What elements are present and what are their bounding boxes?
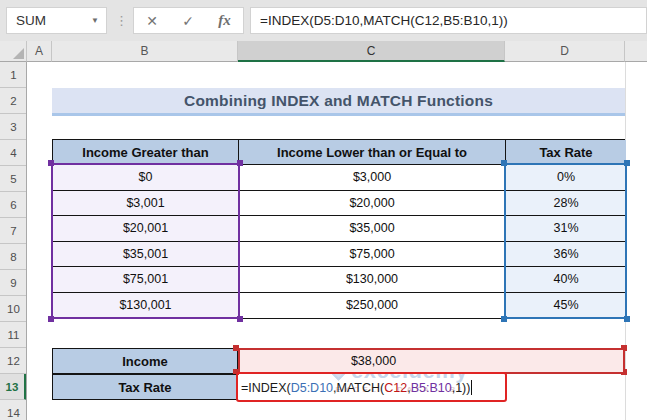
- text-cursor: [471, 380, 472, 395]
- formula-bar-row: SUM ▼ ⋮ ✕ ✓ fx =INDEX(D5:D10,MATCH(C12,B…: [0, 0, 647, 41]
- cell-b13-tax-rate-label[interactable]: Tax Rate: [52, 374, 238, 400]
- tax-table-cell[interactable]: 0%: [506, 165, 626, 191]
- tax-table-cell[interactable]: 36%: [506, 242, 626, 268]
- row-header-14[interactable]: 14: [0, 400, 27, 420]
- tax-table-cell[interactable]: $130,001: [53, 293, 239, 319]
- row-headers: 1234567891011121314: [0, 62, 27, 420]
- column-header-stub[interactable]: [625, 41, 647, 62]
- enter-icon[interactable]: ✓: [182, 14, 194, 28]
- tax-table-cell[interactable]: $75,001: [53, 267, 239, 293]
- row-header-6[interactable]: 6: [0, 192, 27, 218]
- name-box-value: SUM: [7, 13, 91, 28]
- formula-bar-input[interactable]: =INDEX(D5:D10,MATCH(C12,B5:B10,1)): [250, 7, 647, 34]
- column-header-d[interactable]: D: [505, 41, 625, 62]
- tax-table-cell[interactable]: $3,001: [53, 191, 239, 217]
- tax-table-cell[interactable]: 40%: [506, 267, 626, 293]
- cell-b12-income-label[interactable]: Income: [52, 348, 238, 374]
- tax-table-cell[interactable]: $0: [53, 165, 239, 191]
- name-box-dropdown-icon[interactable]: ▼: [91, 16, 106, 25]
- formula-buttons: ✕ ✓ fx: [133, 7, 244, 34]
- formula-part: D5:D10: [291, 381, 333, 395]
- tax-table-cell[interactable]: $35,001: [53, 242, 239, 268]
- select-all-corner[interactable]: [0, 41, 27, 62]
- formula-bar-text: =INDEX(D5:D10,MATCH(C12,B5:B10,1)): [251, 13, 508, 28]
- tax-table-cell[interactable]: $130,000: [239, 267, 506, 293]
- select-all-triangle-icon: [13, 48, 24, 59]
- tax-table-cell[interactable]: $3,000: [239, 165, 506, 191]
- row-header-10[interactable]: 10: [0, 296, 27, 322]
- formula-part: =INDEX(: [241, 381, 291, 395]
- row-header-2[interactable]: 2: [0, 88, 27, 114]
- row-header-5[interactable]: 5: [0, 166, 27, 192]
- sheet-area: Combining INDEX and MATCH Functions Inco…: [27, 62, 647, 420]
- column-header-a[interactable]: A: [27, 41, 52, 62]
- tax-table-cell[interactable]: 31%: [506, 216, 626, 242]
- formula-bar-separator: ⋮: [115, 7, 128, 34]
- tax-table-cell[interactable]: $35,000: [239, 216, 506, 242]
- tax-table-header[interactable]: Income Lower than or Equal to: [239, 140, 506, 165]
- column-header-c[interactable]: C: [238, 41, 505, 62]
- row-header-13[interactable]: 13: [0, 374, 27, 400]
- income-value-text: $38,000: [240, 354, 507, 368]
- tax-table: Income Greater thanIncome Lower than or …: [52, 139, 625, 319]
- tax-table-header[interactable]: Tax Rate: [506, 140, 626, 165]
- column-header-b[interactable]: B: [52, 41, 238, 62]
- tax-table-cell[interactable]: $75,000: [239, 242, 506, 268]
- title-banner: Combining INDEX and MATCH Functions: [52, 88, 625, 116]
- tax-table-header[interactable]: Income Greater than: [53, 140, 239, 165]
- column-headers: ABCD: [27, 41, 647, 62]
- tax-table-cell[interactable]: $20,001: [53, 216, 239, 242]
- insert-function-icon[interactable]: fx: [218, 13, 231, 28]
- formula-part: ,1)): [452, 381, 471, 395]
- formula-part: B5:B10: [411, 381, 452, 395]
- cancel-icon[interactable]: ✕: [146, 14, 158, 28]
- tax-table-cell[interactable]: 45%: [506, 293, 626, 319]
- row-header-4[interactable]: 4: [0, 140, 27, 166]
- tax-table-cell[interactable]: 28%: [506, 191, 626, 217]
- cell-formula-text: =INDEX(D5:D10,MATCH(C12,B5:B10,1)): [238, 380, 472, 395]
- tax-table-cell[interactable]: $20,000: [239, 191, 506, 217]
- row-header-8[interactable]: 8: [0, 244, 27, 270]
- formula-part: C12: [384, 381, 407, 395]
- cell-c13-formula-editing[interactable]: =INDEX(D5:D10,MATCH(C12,B5:B10,1)): [236, 372, 507, 402]
- row-header-1[interactable]: 1: [0, 62, 27, 88]
- name-box[interactable]: SUM ▼: [6, 7, 107, 34]
- tax-table-cell[interactable]: $250,000: [239, 293, 506, 319]
- row-header-11[interactable]: 11: [0, 322, 27, 348]
- cell-c12-income-value[interactable]: $38,000: [238, 348, 625, 374]
- row-header-12[interactable]: 12: [0, 348, 27, 374]
- row-header-9[interactable]: 9: [0, 270, 27, 296]
- row-header-3[interactable]: 3: [0, 114, 27, 140]
- excel-window: SUM ▼ ⋮ ✕ ✓ fx =INDEX(D5:D10,MATCH(C12,B…: [0, 0, 647, 420]
- row-header-7[interactable]: 7: [0, 218, 27, 244]
- formula-part: ,MATCH(: [333, 381, 384, 395]
